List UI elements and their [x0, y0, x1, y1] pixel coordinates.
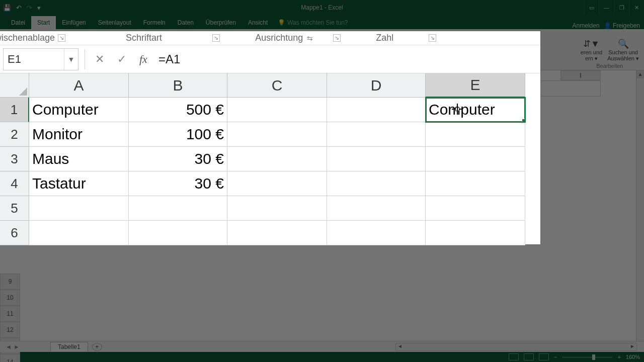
col-header-d[interactable]: D: [327, 73, 426, 98]
wrap-icon[interactable]: ⇆: [307, 34, 313, 42]
sign-in-link[interactable]: Anmelden: [573, 22, 600, 29]
cell-c1[interactable]: [227, 98, 327, 122]
find-select-icon[interactable]: 🔍: [607, 38, 639, 49]
view-pagelayout-button[interactable]: [524, 353, 534, 360]
tell-me-box[interactable]: 💡 Was möchten Sie tun?: [274, 16, 352, 29]
save-icon[interactable]: 💾: [3, 4, 11, 12]
zoom-in-button[interactable]: +: [617, 354, 620, 360]
row-header-4[interactable]: 4: [0, 171, 29, 196]
cell-d3[interactable]: [327, 147, 426, 171]
row-header-3[interactable]: 3: [0, 147, 29, 171]
cell-b3[interactable]: 30 €: [129, 147, 227, 171]
cell-e6[interactable]: [426, 221, 525, 245]
formula-input[interactable]: [151, 48, 540, 70]
add-sheet-button[interactable]: +: [92, 343, 102, 351]
cell-b6[interactable]: [129, 221, 227, 245]
tab-datei[interactable]: Datei: [5, 16, 31, 29]
cell-c2[interactable]: [227, 122, 327, 147]
view-normal-button[interactable]: [509, 353, 519, 360]
cell-c6[interactable]: [227, 221, 327, 245]
col-header-e[interactable]: E: [426, 73, 525, 98]
tab-ueberpruefen[interactable]: Überprüfen: [200, 16, 242, 29]
cancel-icon[interactable]: ✕: [95, 53, 104, 66]
tab-start[interactable]: Start: [31, 16, 56, 29]
sheet-nav-left-icon[interactable]: ◄: [6, 343, 12, 350]
redo-icon[interactable]: ↷: [27, 4, 32, 12]
zoom-level[interactable]: 160%: [626, 354, 640, 360]
share-button[interactable]: 👤 Freigeben: [604, 22, 640, 29]
cell-d5[interactable]: [327, 196, 426, 221]
qat-more-icon[interactable]: ▾: [37, 4, 41, 12]
zoom-out-button[interactable]: −: [554, 354, 557, 360]
ribbon-options-button[interactable]: ▭: [584, 0, 599, 15]
view-pagebreak-button[interactable]: [539, 353, 549, 360]
scroll-up-icon[interactable]: ▲: [636, 70, 644, 78]
cell-a2[interactable]: Monitor: [29, 122, 129, 147]
sheet-tab-tabelle1[interactable]: Tabelle1: [50, 342, 88, 351]
zoom-slider[interactable]: [562, 356, 612, 358]
hscroll-left-icon[interactable]: ◄: [396, 343, 404, 350]
cell-e5[interactable]: [426, 196, 525, 221]
vertical-scrollbar[interactable]: ▲: [636, 70, 644, 341]
cell-c5[interactable]: [227, 196, 327, 221]
fx-icon[interactable]: fx: [139, 53, 147, 66]
cell-b5[interactable]: [129, 196, 227, 221]
cell-a3[interactable]: Maus: [29, 147, 129, 171]
cell-d1[interactable]: [327, 98, 426, 122]
bg-row-head[interactable]: 9: [0, 274, 20, 290]
cell-e1[interactable]: Computer: [426, 98, 525, 122]
bg-row-head[interactable]: 11: [0, 306, 20, 322]
row-header-1[interactable]: 1: [0, 98, 29, 122]
bg-cell-i1[interactable]: [537, 80, 601, 97]
cell-c3[interactable]: [227, 147, 327, 171]
cell-a1[interactable]: Computer: [29, 98, 129, 122]
cell-b2[interactable]: 100 €: [129, 122, 227, 147]
name-box[interactable]: E1 ▼: [3, 48, 78, 70]
enter-icon[interactable]: ✓: [117, 53, 126, 66]
col-header-i[interactable]: I: [560, 70, 601, 80]
window-title: Mappe1 - Excel: [301, 4, 343, 11]
tab-einfuegen[interactable]: Einfügen: [56, 16, 92, 29]
cell-e4[interactable]: [426, 171, 525, 196]
cell-b1[interactable]: 500 €: [129, 98, 227, 122]
name-box-dropdown-icon[interactable]: ▼: [64, 49, 78, 70]
row-header-6[interactable]: 6: [0, 221, 29, 245]
cell-d2[interactable]: [327, 122, 426, 147]
sheet-nav[interactable]: ◄ ►: [0, 343, 25, 350]
cell-b4[interactable]: 30 €: [129, 171, 227, 196]
dialog-launcher-icon[interactable]: ↘: [212, 34, 220, 42]
row-header-5[interactable]: 5: [0, 196, 29, 221]
horizontal-scrollbar[interactable]: ◄ ►: [395, 343, 637, 351]
bg-row-head[interactable]: 10: [0, 290, 20, 306]
sheet-nav-right-icon[interactable]: ►: [14, 343, 20, 350]
close-button[interactable]: ✕: [629, 0, 644, 15]
col-header-a[interactable]: A: [29, 73, 129, 98]
col-header-c[interactable]: C: [227, 73, 327, 98]
dialog-launcher-icon[interactable]: ↘: [429, 34, 436, 42]
cell-c4[interactable]: [227, 171, 327, 196]
cell-e3[interactable]: [426, 147, 525, 171]
cell-a4[interactable]: Tastatur: [29, 171, 129, 196]
cell-e2[interactable]: [426, 122, 525, 147]
select-all-corner[interactable]: [0, 73, 29, 98]
tab-formeln[interactable]: Formeln: [137, 16, 172, 29]
cell-a5[interactable]: [29, 196, 129, 221]
cell-a6[interactable]: [29, 221, 129, 245]
tab-seitenlayout[interactable]: Seitenlayout: [92, 16, 137, 29]
cell-d4[interactable]: [327, 171, 426, 196]
cell-d6[interactable]: [327, 221, 426, 245]
row-header-2[interactable]: 2: [0, 122, 29, 147]
sort-filter-icon[interactable]: ⇵▼: [581, 38, 602, 49]
undo-icon[interactable]: ↶: [16, 4, 22, 12]
maximize-button[interactable]: ❐: [614, 0, 629, 15]
worksheet-grid[interactable]: A B C D E 1 2 3 4 5 6 Computer 500 € Com…: [0, 73, 540, 244]
tab-daten[interactable]: Daten: [172, 16, 200, 29]
hscroll-right-icon[interactable]: ►: [628, 343, 636, 350]
minimize-button[interactable]: —: [599, 0, 614, 15]
col-header-b[interactable]: B: [129, 73, 227, 98]
dialog-launcher-icon[interactable]: ↘: [333, 34, 341, 42]
tab-ansicht[interactable]: Ansicht: [242, 16, 274, 29]
bg-row-head[interactable]: 12: [0, 322, 20, 338]
dialog-launcher-icon[interactable]: ↘: [58, 34, 65, 42]
bg-row-head[interactable]: 14: [0, 354, 20, 362]
